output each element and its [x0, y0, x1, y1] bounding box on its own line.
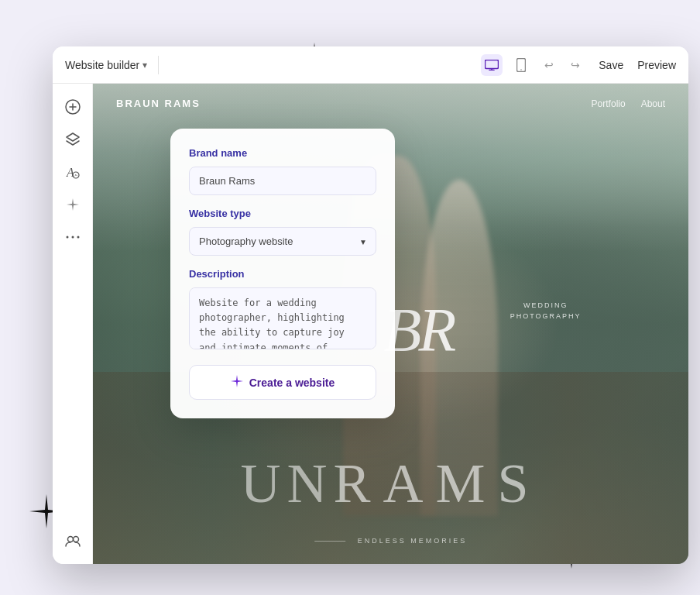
website-type-select[interactable]: Photography website Portfolio Business B… [189, 227, 376, 256]
toolbar-right: ↩ ↪ Save Preview [481, 54, 676, 76]
create-website-button[interactable]: Create a website [189, 365, 376, 400]
toolbar: Website builder ▾ ↩ ↪ Save [53, 46, 688, 84]
svg-point-10 [73, 537, 78, 542]
preview-right-text: WEDDING PHOTOGRAPHY [510, 300, 582, 322]
browser-window: Website builder ▾ ↩ ↪ Save [53, 46, 688, 564]
more-options-icon[interactable] [59, 223, 87, 251]
preview-right-subtitle: WEDDING PHOTOGRAPHY [510, 300, 582, 322]
create-button-label: Create a website [249, 377, 335, 389]
svg-point-6 [66, 236, 68, 239]
form-card: Brand name Website type Photography webs… [170, 129, 395, 418]
svg-point-2 [520, 69, 522, 71]
preview-nav: BRAUN RAMS Portfolio About [93, 84, 688, 123]
preview-un-text: UN [240, 452, 333, 516]
preview-bottom-bar: ENDLESS MEMORIES [314, 537, 468, 545]
description-label: Description [189, 268, 376, 280]
undo-button[interactable]: ↩ [540, 56, 558, 74]
preview-button[interactable]: Preview [637, 59, 676, 71]
svg-point-9 [67, 537, 73, 542]
svg-rect-0 [486, 60, 499, 68]
toolbar-brand-label[interactable]: Website builder ▾ [65, 59, 147, 71]
svg-point-8 [77, 236, 79, 239]
sidebar: A [53, 84, 93, 564]
typography-icon[interactable]: A [59, 158, 87, 186]
community-icon[interactable] [59, 527, 87, 555]
brand-name-label: Brand name [189, 147, 376, 159]
main-area: A [53, 84, 688, 564]
toolbar-left: Website builder ▾ [65, 56, 475, 74]
toolbar-chevron-icon: ▾ [142, 60, 147, 71]
website-type-label: Website type [189, 208, 376, 219]
redo-button[interactable]: ↪ [566, 56, 585, 74]
about-nav-link[interactable]: About [641, 98, 665, 109]
preview-rams-text: RAMS [333, 452, 540, 516]
svg-point-7 [71, 236, 74, 239]
layers-icon[interactable] [59, 126, 87, 153]
brand-name-input[interactable] [189, 167, 376, 195]
preview-bottom-label: ENDLESS MEMORIES [358, 537, 468, 545]
preview-brand-name: BRAUN RAMS [116, 98, 201, 109]
desktop-device-icon[interactable] [481, 54, 503, 76]
preview-nav-links: Portfolio About [592, 98, 665, 109]
portfolio-nav-link[interactable]: Portfolio [592, 98, 626, 109]
description-textarea[interactable]: Website for a wedding photographer, high… [189, 287, 376, 349]
add-icon[interactable] [59, 93, 87, 121]
canvas-area: BRAUN RAMS Portfolio About ROMANTIC & MO… [93, 84, 688, 564]
toolbar-divider [158, 56, 159, 74]
effects-icon[interactable] [59, 191, 87, 218]
save-button[interactable]: Save [592, 56, 630, 74]
create-button-sparkle-icon [231, 375, 243, 390]
brand-name-text: Website builder [65, 59, 139, 71]
mobile-device-icon[interactable] [510, 54, 532, 76]
website-type-select-wrapper: Photography website Portfolio Business B… [189, 227, 376, 256]
preview-big-text-area: UN RAMS [93, 452, 688, 516]
